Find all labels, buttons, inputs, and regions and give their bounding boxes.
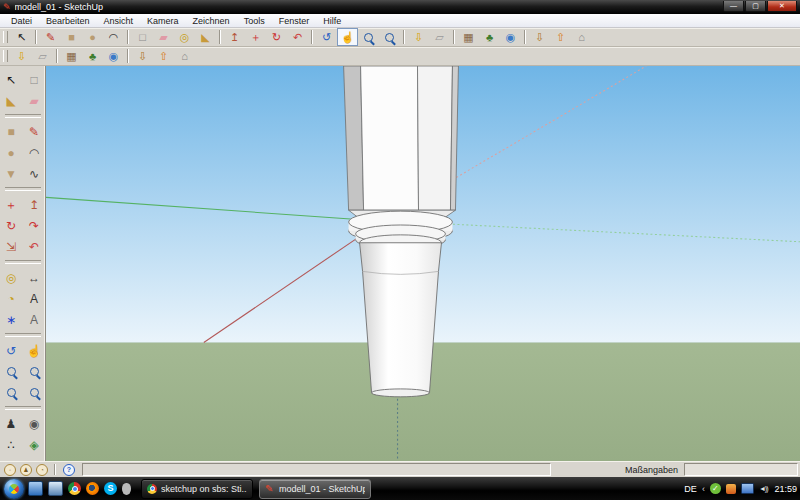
place-model-icon: ♣	[486, 32, 493, 43]
arc-button[interactable]: ◠	[23, 142, 45, 163]
arc-button[interactable]: ◠	[103, 28, 124, 46]
orbit-button[interactable]: ↺	[316, 28, 337, 46]
close-button[interactable]: ✕	[767, 1, 797, 12]
toggle-terrain-button[interactable]: ▱	[32, 47, 53, 65]
select-button[interactable]: ↖	[0, 69, 22, 90]
clock[interactable]: 21:59	[774, 484, 797, 494]
paint-bucket-button[interactable]: ◣	[0, 90, 22, 111]
mouse-icon[interactable]	[122, 483, 131, 495]
tape-measure-button[interactable]: ◎	[0, 267, 22, 288]
add-location-button[interactable]: ▦	[61, 47, 82, 65]
previous-view-button[interactable]	[23, 382, 45, 403]
measurements-input[interactable]	[684, 463, 798, 476]
menu-tools[interactable]: Tools	[237, 16, 272, 26]
freehand-button[interactable]: ∿	[23, 163, 45, 184]
volume-icon[interactable]: ◄))	[759, 485, 768, 492]
make-component-button[interactable]: □	[132, 28, 153, 46]
menu-hilfe[interactable]: Hilfe	[316, 16, 348, 26]
share-model-button[interactable]: ⇧	[153, 47, 174, 65]
eraser-button[interactable]: ▰	[153, 28, 174, 46]
tray-app-icon[interactable]	[726, 484, 736, 494]
get-models-button[interactable]: ⇩	[132, 47, 153, 65]
google-earth-button[interactable]: ◉	[103, 47, 124, 65]
move-button[interactable]: ＋	[0, 194, 22, 215]
zoom-extents-button[interactable]	[23, 361, 45, 382]
scale-button[interactable]: ⇲	[0, 236, 22, 257]
offset-button[interactable]: ↶	[23, 236, 45, 257]
line-button[interactable]: ✎	[23, 121, 45, 142]
start-button[interactable]	[4, 479, 24, 499]
get-current-view-button[interactable]: ⇩	[11, 47, 32, 65]
make-component-button[interactable]: □	[23, 69, 45, 90]
menu-datei[interactable]: Datei	[4, 16, 39, 26]
menu-fenster[interactable]: Fenster	[272, 16, 317, 26]
offset-button[interactable]: ↶	[287, 28, 308, 46]
share-model-button[interactable]: ⇧	[550, 28, 571, 46]
get-models-button[interactable]: ⇩	[529, 28, 550, 46]
axes-button[interactable]: ∗	[0, 309, 22, 330]
position-camera-button[interactable]: ♟	[0, 413, 22, 434]
window-switcher-icon[interactable]	[48, 481, 63, 496]
select-button[interactable]: ↖	[11, 28, 32, 46]
dimension-button[interactable]: ↔	[23, 267, 45, 288]
follow-me-button[interactable]: ↷	[23, 215, 45, 236]
chrome-icon[interactable]	[68, 482, 81, 495]
menu-zeichnen[interactable]: Zeichnen	[186, 16, 237, 26]
get-current-view-button[interactable]: ⇩	[408, 28, 429, 46]
section-plane-button[interactable]: ◈	[23, 434, 45, 455]
orbit-button[interactable]: ↺	[0, 340, 22, 361]
eraser-button[interactable]: ▰	[23, 90, 45, 111]
tray-chevron-icon[interactable]: ‹	[702, 484, 705, 494]
language-indicator[interactable]: DE	[684, 484, 697, 494]
move-button[interactable]: ＋	[245, 28, 266, 46]
zoom-button[interactable]	[358, 28, 379, 46]
circle-button[interactable]: ●	[0, 142, 22, 163]
walk-button[interactable]: ∴	[0, 434, 22, 455]
zoom-extents-button[interactable]	[379, 28, 400, 46]
firefox-icon[interactable]	[86, 482, 99, 495]
maximize-button[interactable]: ▢	[745, 1, 766, 12]
viewport-canvas[interactable]	[46, 66, 800, 461]
tape-measure-button[interactable]: ◎	[174, 28, 195, 46]
zoom-window-button[interactable]	[0, 382, 22, 403]
model-person-icon[interactable]: ♟	[20, 464, 32, 476]
security-ok-icon[interactable]: ✓	[710, 483, 721, 494]
help-icon[interactable]: ?	[63, 464, 75, 476]
place-model-button[interactable]: ♣	[82, 47, 103, 65]
3d-text-button[interactable]: A	[23, 309, 45, 330]
text-button[interactable]: A	[23, 288, 45, 309]
rotate-button[interactable]: ↻	[0, 215, 22, 236]
account-icon[interactable]: ◦	[4, 464, 16, 476]
network-icon[interactable]	[741, 483, 754, 494]
menu-bearbeiten[interactable]: Bearbeiten	[39, 16, 97, 26]
zoom-button[interactable]	[0, 361, 22, 382]
push-pull-button[interactable]: ↥	[224, 28, 245, 46]
line-button[interactable]: ✎	[40, 28, 61, 46]
skype-icon[interactable]: S	[104, 482, 117, 495]
task-button-sketchup[interactable]: ✎modell_01 - SketchUp	[259, 479, 371, 499]
toolbar-grip	[3, 50, 8, 62]
polygon-button[interactable]: ▼	[0, 163, 22, 184]
pan-button[interactable]: ☝	[337, 28, 358, 46]
look-around-button[interactable]: ◉	[23, 413, 45, 434]
rectangle-button[interactable]: ■	[61, 28, 82, 46]
warehouse-button[interactable]: ⌂	[174, 47, 195, 65]
show-desktop-icon[interactable]	[28, 481, 43, 496]
pan-button[interactable]: ☝	[23, 340, 45, 361]
rotate-button[interactable]: ↻	[266, 28, 287, 46]
place-model-button[interactable]: ♣	[479, 28, 500, 46]
add-location-button[interactable]: ▦	[458, 28, 479, 46]
menu-ansicht[interactable]: Ansicht	[97, 16, 141, 26]
task-button-chrome[interactable]: sketchup on sbs: Sti...	[141, 479, 253, 499]
circle-button[interactable]: ●	[82, 28, 103, 46]
minimize-button[interactable]: —	[723, 1, 744, 12]
paint-bucket-button[interactable]: ◣	[195, 28, 216, 46]
geo-globe-icon[interactable]: ◔	[36, 464, 48, 476]
warehouse-button[interactable]: ⌂	[571, 28, 592, 46]
google-earth-button[interactable]: ◉	[500, 28, 521, 46]
protractor-button[interactable]: ◔	[0, 288, 22, 309]
rectangle-button[interactable]: ■	[0, 121, 22, 142]
menu-kamera[interactable]: Kamera	[140, 16, 186, 26]
push-pull-button[interactable]: ↥	[23, 194, 45, 215]
toggle-terrain-button[interactable]: ▱	[429, 28, 450, 46]
